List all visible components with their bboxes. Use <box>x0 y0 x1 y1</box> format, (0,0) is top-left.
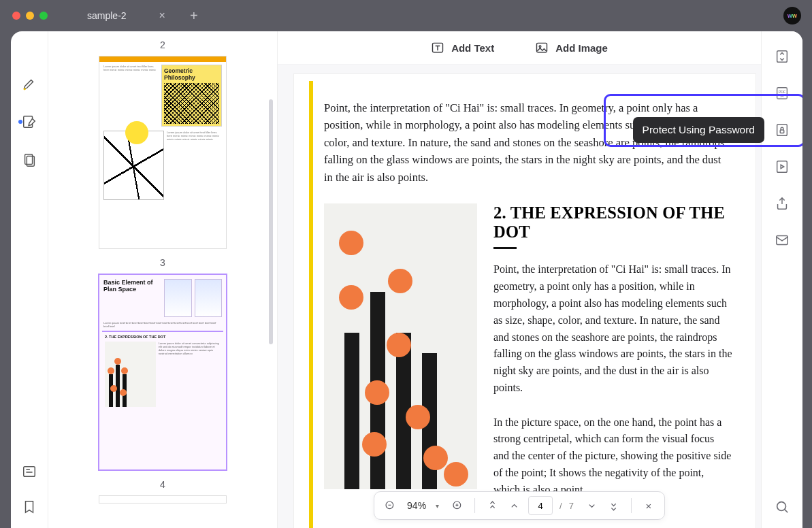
add-image-button[interactable]: Add Image <box>535 41 608 54</box>
add-text-button[interactable]: Add Text <box>431 41 494 54</box>
zoom-in-button[interactable] <box>450 498 465 513</box>
tab-title: sample-2 <box>87 10 127 21</box>
pdfa-icon[interactable]: PDF/A <box>773 84 791 102</box>
section-heading[interactable]: 2. THE EXPRESSION OF THE DOT <box>493 203 732 242</box>
document-tab[interactable]: sample-2 × <box>75 0 178 31</box>
thumb3-section-heading: 2. THE EXPRESSION OF THE DOT <box>105 335 221 339</box>
svg-point-6 <box>539 46 541 48</box>
edit-tool[interactable] <box>20 113 38 131</box>
thumbnail-scrollbar[interactable] <box>269 99 273 344</box>
thumb2-heading: Geometric Philosophy <box>164 67 219 81</box>
maximize-window-button[interactable] <box>39 12 48 20</box>
search-icon[interactable] <box>773 498 791 516</box>
new-tab-button[interactable]: + <box>190 8 198 24</box>
pages-tool[interactable] <box>20 151 38 169</box>
thumb-page-number: 2 <box>63 39 262 50</box>
zoom-level: 94% <box>404 500 429 511</box>
thumb-page-number: 4 <box>63 479 262 490</box>
svg-rect-15 <box>777 161 787 173</box>
convert-icon[interactable] <box>773 48 791 65</box>
thumbnail-page-3[interactable]: Basic Element of Plan Space Lorem ipsum … <box>98 274 227 471</box>
first-page-button[interactable] <box>485 498 500 513</box>
close-window-button[interactable] <box>12 12 20 20</box>
thumbnail-page-2[interactable]: Lorem ipsum dolor sit amet text filler l… <box>99 56 227 249</box>
mail-icon[interactable] <box>773 231 791 249</box>
next-page-button[interactable] <box>585 498 600 513</box>
paragraph-2[interactable]: Point, the interpretation of "Ci Hai" is… <box>493 261 732 396</box>
total-pages: 7 <box>569 501 574 511</box>
svg-rect-5 <box>537 43 547 52</box>
thumbnail-page-4[interactable] <box>99 495 227 504</box>
thumb-page-number: 3 <box>63 257 262 268</box>
close-nav-button[interactable]: × <box>641 498 656 513</box>
svg-rect-14 <box>780 130 784 133</box>
form-tool[interactable] <box>20 463 38 480</box>
page-separator: / <box>559 501 562 511</box>
slideshow-icon[interactable] <box>773 158 791 176</box>
traffic-lights <box>12 12 48 20</box>
artwork-image[interactable] <box>324 203 477 489</box>
last-page-button[interactable] <box>606 498 621 513</box>
thumb3-heading: Basic Element of Plan Space <box>103 279 161 293</box>
svg-rect-3 <box>24 467 35 477</box>
page-number-input[interactable] <box>528 496 553 515</box>
minimize-window-button[interactable] <box>26 12 34 20</box>
thumbnail-panel: 2 Lorem ipsum dolor sit amet text filler… <box>48 31 278 528</box>
titlebar: sample-2 × + ww <box>0 0 812 31</box>
protect-tooltip: Protect Using Password <box>633 117 764 143</box>
add-image-label: Add Image <box>555 42 608 54</box>
protect-password-button[interactable] <box>773 121 791 139</box>
zoom-dropdown[interactable]: ▾ <box>436 502 439 510</box>
page-navigation-bar: 94% ▾ / 7 <box>374 491 665 520</box>
bookmark-tool[interactable] <box>20 498 38 516</box>
share-icon[interactable] <box>773 195 791 212</box>
zoom-out-button[interactable] <box>383 498 397 513</box>
svg-text:/A: /A <box>781 94 784 98</box>
close-tab-button[interactable]: × <box>159 10 165 22</box>
action-bar: Add Text Add Image <box>278 31 761 65</box>
paragraph-3[interactable]: In the picture space, on the one hand, t… <box>493 414 732 499</box>
svg-rect-16 <box>777 236 788 245</box>
left-toolbar <box>11 31 48 528</box>
svg-point-17 <box>777 502 786 511</box>
highlighter-tool[interactable] <box>20 75 38 93</box>
app-logo: ww <box>783 7 801 24</box>
prev-page-button[interactable] <box>506 498 521 513</box>
add-text-label: Add Text <box>451 42 494 54</box>
right-toolbar: PDF/A Protect Using Password <box>761 31 802 528</box>
